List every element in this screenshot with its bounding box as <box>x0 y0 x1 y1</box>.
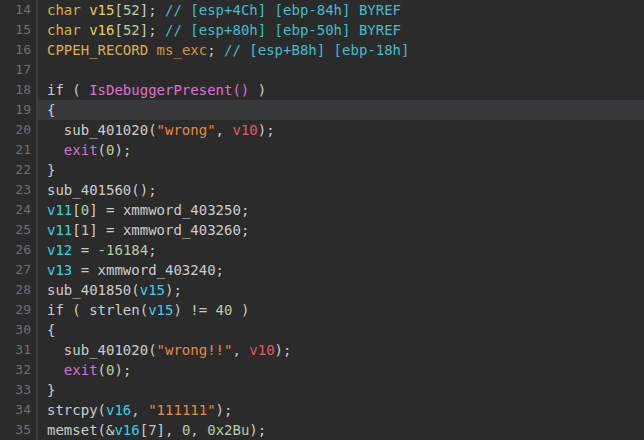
code-token: 40 <box>216 302 233 318</box>
code-line[interactable]: 23sub_401560(); <box>0 180 644 200</box>
code-token: ); <box>249 422 266 438</box>
code-line[interactable]: 15char v16[52]; // [esp+80h] [ebp-50h] B… <box>0 20 644 40</box>
code-line[interactable]: 31 sub_401020("wrong!!", v10); <box>0 340 644 360</box>
line-number: 22 <box>0 160 36 180</box>
code-token: // [esp+4Ch] [ebp-84h] BYREF <box>165 2 401 18</box>
code-token: v16 <box>89 22 114 38</box>
line-number: 15 <box>0 20 36 40</box>
code-text: } <box>38 380 644 400</box>
code-text: strcpy(v16, "111111"); <box>38 400 644 420</box>
code-token: sub_401850( <box>47 282 140 298</box>
code-token: "111111" <box>148 402 215 418</box>
code-token: "wrong" <box>157 122 216 138</box>
code-text: v11[0] = xmmword_403250; <box>38 200 644 220</box>
line-number: 29 <box>0 300 36 320</box>
code-line[interactable]: 35memset(&v16[7], 0, 0x2Bu); <box>0 420 644 440</box>
pseudocode-view: 14char v15[52]; // [esp+4Ch] [ebp-84h] B… <box>0 0 644 440</box>
code-token: 52 <box>123 22 140 38</box>
code-token: strcpy( <box>47 402 106 418</box>
code-token: v15 <box>140 282 165 298</box>
code-line[interactable]: 30{ <box>0 320 644 340</box>
line-number: 31 <box>0 340 36 360</box>
code-token: v11 <box>47 202 72 218</box>
code-token: if ( <box>47 82 89 98</box>
line-number: 19 <box>0 100 36 120</box>
code-line[interactable]: 29if ( strlen(v15) != 40 ) <box>0 300 644 320</box>
code-line[interactable]: 16CPPEH_RECORD ms_exc; // [esp+B8h] [ebp… <box>0 40 644 60</box>
code-token: sub_401020( <box>47 122 157 138</box>
code-line[interactable]: 33} <box>0 380 644 400</box>
code-token: ] = xmmword_403250; <box>89 202 249 218</box>
code-token: v11 <box>47 222 72 238</box>
code-token: ] <box>140 22 148 38</box>
code-token: ) <box>249 82 266 98</box>
line-number: 34 <box>0 400 36 420</box>
line-number: 20 <box>0 120 36 140</box>
code-token: , <box>216 122 233 138</box>
code-text: exit(0); <box>38 140 644 160</box>
line-number: 25 <box>0 220 36 240</box>
code-token: ( <box>98 142 106 158</box>
code-token: v15 <box>89 2 114 18</box>
code-line[interactable]: 20 sub_401020("wrong", v10); <box>0 120 644 140</box>
code-text: CPPEH_RECORD ms_exc; // [esp+B8h] [ebp-1… <box>38 40 644 60</box>
code-text <box>38 60 644 80</box>
line-number: 28 <box>0 280 36 300</box>
code-token: [ <box>114 22 122 38</box>
code-line[interactable]: 18if ( IsDebuggerPresent() ) <box>0 80 644 100</box>
code-token: exit <box>64 142 98 158</box>
code-token <box>47 362 64 378</box>
code-text: v12 = -16184; <box>38 240 644 260</box>
code-line[interactable]: 32 exit(0); <box>0 360 644 380</box>
code-token: ); <box>165 282 182 298</box>
code-token: char <box>47 2 81 18</box>
code-token: 0 <box>81 202 89 218</box>
code-text: sub_401560(); <box>38 180 644 200</box>
code-token: exit <box>64 362 98 378</box>
code-token: 52 <box>123 2 140 18</box>
code-line[interactable]: 34strcpy(v16, "111111"); <box>0 400 644 420</box>
code-token: ); <box>216 402 233 418</box>
code-token: ); <box>275 342 292 358</box>
code-token: ) <box>232 302 249 318</box>
code-token: { <box>47 102 55 118</box>
code-line[interactable]: 25v11[1] = xmmword_403260; <box>0 220 644 240</box>
code-line[interactable]: 24v11[0] = xmmword_403250; <box>0 200 644 220</box>
code-line[interactable]: 26v12 = -16184; <box>0 240 644 260</box>
code-token: , <box>131 402 148 418</box>
code-line[interactable]: 22} <box>0 160 644 180</box>
code-token: = <box>72 242 97 258</box>
code-token <box>81 22 89 38</box>
line-number: 18 <box>0 80 36 100</box>
code-line[interactable]: 27v13 = xmmword_403240; <box>0 260 644 280</box>
code-line[interactable]: 19{ <box>0 100 644 120</box>
code-text: exit(0); <box>38 360 644 380</box>
code-token: [ <box>114 2 122 18</box>
code-line[interactable]: 28sub_401850(v15); <box>0 280 644 300</box>
code-token: sub_401560(); <box>47 182 157 198</box>
code-token: ] <box>140 2 148 18</box>
code-token: if ( strlen( <box>47 302 148 318</box>
code-line[interactable]: 17 <box>0 60 644 80</box>
code-token: , <box>190 422 207 438</box>
code-line[interactable]: 14char v15[52]; // [esp+4Ch] [ebp-84h] B… <box>0 0 644 20</box>
code-token: 1 <box>81 222 89 238</box>
code-token: ; <box>207 42 224 58</box>
code-token: ], <box>157 422 182 438</box>
line-number: 27 <box>0 260 36 280</box>
code-token <box>81 2 89 18</box>
code-token: v15 <box>148 302 173 318</box>
code-line[interactable]: 21 exit(0); <box>0 140 644 160</box>
code-token: sub_401020( <box>47 342 157 358</box>
code-token: ; <box>148 22 165 38</box>
code-token: ; <box>148 242 156 258</box>
code-text: { <box>38 320 644 340</box>
code-text: char v15[52]; // [esp+4Ch] [ebp-84h] BYR… <box>38 0 644 20</box>
code-text: memset(&v16[7], 0, 0x2Bu); <box>38 420 644 440</box>
code-token: = xmmword_403240; <box>72 262 224 278</box>
code-token: { <box>47 322 55 338</box>
code-token: v13 <box>47 262 72 278</box>
code-token: [ <box>72 222 80 238</box>
code-token: [ <box>140 422 148 438</box>
code-token: , <box>232 342 249 358</box>
